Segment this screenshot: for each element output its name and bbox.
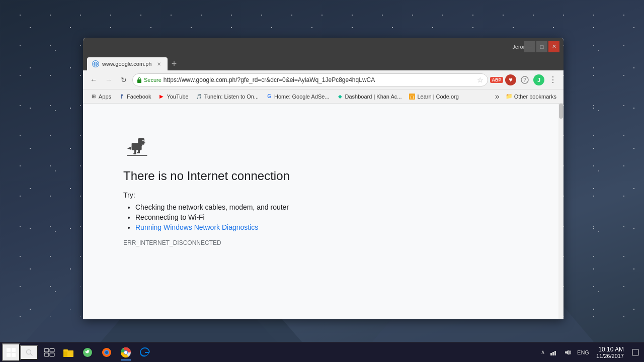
new-tab-button[interactable]: + — [168, 57, 181, 70]
tunein-icon: 🎵 — [196, 93, 203, 100]
url-text: https://www.google.com.ph/?gfe_rd=cr&dcr… — [164, 76, 475, 83]
tab-bar: www.google.com.ph ✕ + — [83, 55, 564, 70]
notification-button[interactable] — [629, 346, 642, 359]
youtube-icon: ▶ — [158, 93, 165, 100]
system-tray: ∧ ENG — [540, 346, 591, 359]
bookmark-youtube-label: YouTube — [167, 94, 188, 100]
phone-icon — [82, 347, 93, 358]
maximize-button[interactable]: □ — [536, 41, 547, 52]
taskbar: ∧ ENG — [0, 342, 644, 362]
bookmark-tunein-label: TuneIn: Listen to On... — [204, 94, 259, 100]
svg-rect-33 — [550, 353, 552, 355]
error-container: There is no Internet connection Try: Che… — [83, 104, 435, 277]
back-button[interactable]: ← — [87, 73, 100, 86]
taskbar-app-browser2[interactable] — [98, 343, 116, 361]
scrollbar[interactable] — [558, 104, 564, 319]
page-content[interactable]: There is no Internet connection Try: Che… — [83, 104, 564, 319]
svg-rect-19 — [44, 348, 49, 352]
taskbar-app-task-view[interactable] — [40, 343, 58, 361]
start-button[interactable] — [2, 343, 20, 361]
taskbar-app-edge[interactable] — [136, 343, 154, 361]
heart-button[interactable]: ♥ — [504, 73, 517, 86]
tab-favicon — [92, 60, 99, 67]
svg-rect-16 — [127, 155, 147, 156]
bookmark-google-ads[interactable]: G Home: Google AdSe... — [263, 92, 332, 101]
error-suggestion-2: Reconnecting to Wi-Fi — [135, 213, 395, 221]
network-status-icon — [550, 349, 557, 356]
bookmark-youtube[interactable]: ▶ YouTube — [155, 92, 191, 101]
clock-area[interactable]: 10:10 AM 11/26/2017 — [593, 346, 627, 359]
bookmark-facebook-label: Facebook — [127, 94, 151, 100]
svg-rect-22 — [50, 353, 54, 356]
reload-button[interactable]: ↻ — [117, 73, 130, 86]
extension-button[interactable]: ? — [518, 73, 531, 86]
apps-icon: ⊞ — [90, 93, 97, 100]
bookmark-facebook[interactable]: f Facebook — [115, 92, 154, 101]
bookmark-codeorg-label: Learn | Code.org — [417, 94, 458, 100]
error-suggestion-3[interactable]: Running Windows Network Diagnostics — [135, 223, 395, 231]
taskbar-app-file-explorer[interactable] — [59, 343, 77, 361]
error-code: ERR_INTERNET_DISCONNECTED — [123, 239, 395, 246]
forward-button[interactable]: → — [102, 73, 115, 86]
bookmark-codeorg[interactable]: { } Learn | Code.org — [406, 92, 461, 101]
tab-close-button[interactable]: ✕ — [155, 60, 163, 67]
khan-icon: ◆ — [337, 93, 344, 100]
bookmark-khan[interactable]: ◆ Dashboard | Khan Ac... — [334, 92, 405, 101]
error-title: There is no Internet connection — [123, 169, 395, 183]
secure-label: Secure — [144, 77, 162, 83]
bookmark-google-ads-label: Home: Google AdSe... — [274, 94, 329, 100]
volume-icon[interactable] — [561, 346, 574, 359]
svg-rect-14 — [133, 153, 136, 154]
network-icon[interactable] — [547, 346, 560, 359]
address-bar[interactable]: Secure https://www.google.com.ph/?gfe_rd… — [132, 73, 488, 86]
google-ads-icon: G — [266, 93, 273, 100]
volume-status-icon — [564, 349, 571, 356]
svg-text:?: ? — [523, 77, 526, 83]
title-bar: Jerome ─ □ ✕ — [83, 38, 564, 55]
bookmarks-bar: ⊞ Apps f Facebook ▶ YouTube 🎵 TuneIn: Li… — [83, 89, 564, 104]
close-button[interactable]: ✕ — [548, 41, 559, 52]
bookmarks-more-button[interactable]: » — [493, 91, 502, 102]
other-bookmarks-icon: 📁 — [506, 93, 513, 100]
tray-expand-icon[interactable]: ∧ — [540, 349, 546, 355]
search-button[interactable] — [20, 345, 38, 360]
toolbar-icons: ABP ♥ ? J ⋮ — [490, 73, 559, 86]
active-tab[interactable]: www.google.com.ph ✕ — [87, 57, 168, 70]
svg-rect-36 — [632, 349, 638, 355]
language-indicator[interactable]: ENG — [575, 349, 591, 355]
minimize-button[interactable]: ─ — [524, 41, 535, 52]
bookmark-apps[interactable]: ⊞ Apps — [87, 92, 114, 101]
secure-icon — [137, 77, 142, 83]
svg-rect-34 — [552, 352, 554, 355]
taskbar-app-chrome[interactable] — [117, 343, 135, 361]
svg-point-32 — [124, 351, 127, 354]
svg-rect-21 — [44, 353, 49, 356]
svg-rect-20 — [50, 348, 54, 352]
bookmark-apps-label: Apps — [99, 94, 111, 100]
clock-date: 11/26/2017 — [596, 353, 624, 359]
avatar-icon: J — [533, 74, 544, 85]
bookmark-tunein[interactable]: 🎵 TuneIn: Listen to On... — [193, 92, 262, 101]
other-bookmarks-label: Other bookmarks — [514, 94, 556, 100]
heart-icon: ♥ — [505, 74, 516, 85]
svg-rect-1 — [137, 79, 141, 83]
clock-time: 10:10 AM — [598, 346, 624, 353]
error-suggestion-1: Checking the network cables, modem, and … — [135, 203, 395, 211]
svg-rect-25 — [63, 349, 68, 351]
desktop: Jerome ─ □ ✕ www.google.com.ph ✕ + ← → ↻ — [0, 0, 644, 362]
menu-button[interactable]: ⋮ — [546, 73, 559, 86]
avatar-button[interactable]: J — [532, 73, 545, 86]
other-bookmarks[interactable]: 📁 Other bookmarks — [503, 92, 559, 101]
taskbar-app-phone[interactable] — [78, 343, 97, 361]
file-explorer-icon — [63, 347, 74, 358]
scrollbar-thumb[interactable] — [559, 104, 563, 119]
notification-icon — [632, 349, 639, 356]
bookmark-star-icon[interactable]: ☆ — [477, 76, 484, 84]
abp-button[interactable]: ABP — [490, 73, 503, 86]
network-diagnostics-link[interactable]: Running Windows Network Diagnostics — [135, 223, 258, 231]
codeorg-icon: { } — [409, 93, 416, 100]
svg-rect-7 — [138, 138, 144, 145]
svg-marker-10 — [127, 146, 132, 149]
dino-icon — [123, 134, 151, 159]
svg-point-29 — [105, 351, 108, 354]
